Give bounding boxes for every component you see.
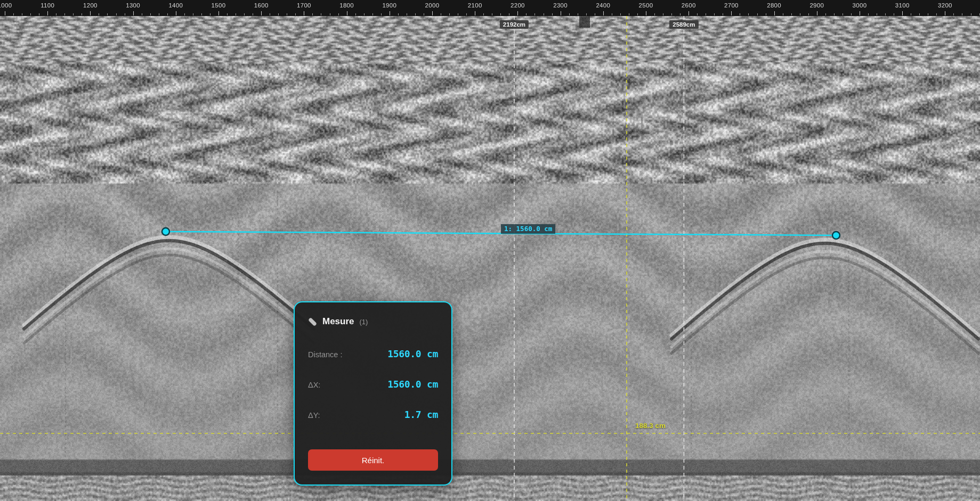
ruler-tick (936, 13, 937, 15)
ruler-tick (253, 13, 253, 15)
ruler-tick (817, 11, 817, 15)
overlay-lines (0, 0, 980, 501)
ruler-tick (509, 13, 509, 15)
ruler-label: 2200 (511, 2, 525, 9)
ruler-tick (637, 13, 638, 15)
ruler-tick (825, 13, 826, 15)
measurement-label: 1: 1560.0 cm (501, 224, 555, 234)
ruler-label: 3100 (895, 2, 910, 9)
ruler-tick (860, 11, 860, 15)
ruler-tick (748, 13, 749, 15)
ruler-tick (398, 13, 399, 15)
ruler-tick (586, 13, 587, 15)
ruler-tick (945, 11, 945, 15)
ruler-label: 2300 (553, 2, 568, 9)
distance-label: Distance : (308, 350, 342, 359)
ruler-tick (526, 13, 527, 15)
ruler-label: 1000 (0, 2, 12, 9)
ruler-tick (287, 13, 287, 15)
ruler-tick (663, 13, 663, 15)
ruler-tick (774, 11, 775, 15)
ruler-tick (714, 13, 715, 15)
ruler-label: 2000 (425, 2, 440, 9)
delta-y-label: ΔY: (308, 411, 320, 420)
ruler-tick (671, 13, 672, 15)
ruler-label: 3000 (853, 2, 867, 9)
ruler[interactable]: 1000110012001300140015001600170018001900… (0, 0, 980, 16)
ruler-tick (270, 13, 270, 15)
ruler-tick (475, 11, 475, 15)
ruler-tick (868, 13, 869, 15)
ruler-tick (953, 13, 954, 15)
ruler-label: 2100 (468, 2, 482, 9)
ruler-tick (278, 13, 279, 15)
ruler-tick (407, 13, 407, 15)
ruler-tick (928, 13, 928, 15)
ruler-tick (620, 13, 621, 15)
reset-button[interactable]: Réinit. (308, 449, 438, 471)
ruler-tick (432, 11, 433, 15)
ruler-tick (483, 13, 484, 15)
ruler-tick (56, 13, 56, 15)
ruler-label: 2700 (724, 2, 739, 9)
ruler-tick (449, 13, 450, 15)
ruler-tick (184, 13, 185, 15)
delta-x-label: ΔX: (308, 381, 320, 389)
ruler-tick (47, 11, 48, 15)
ruler-label: 2500 (639, 2, 653, 9)
ruler-tick (783, 13, 783, 15)
ruler-tick (390, 11, 390, 15)
ruler-tick (740, 13, 740, 15)
ruler-tick (295, 13, 296, 15)
ruler-tick (150, 13, 151, 15)
measure-panel: Mesure (1) Distance : 1560.0 cm ΔX: 1560… (294, 301, 452, 486)
delta-y-value: 1.7 cm (404, 409, 438, 420)
ruler-label: 2600 (682, 2, 696, 9)
ruler-tick (894, 13, 894, 15)
ruler-tick (201, 13, 202, 15)
ruler-tick (851, 13, 852, 15)
ruler-tick (210, 13, 210, 15)
ruler-tick (355, 13, 356, 15)
ruler-tick (902, 11, 903, 15)
ruler-tick (877, 13, 877, 15)
ruler-tick (971, 13, 971, 15)
marker-label[interactable]: 2589cm (669, 20, 698, 29)
marker-label[interactable]: 2192cm (500, 20, 529, 29)
ruler-tick (22, 13, 22, 15)
ruler-tick (595, 13, 595, 15)
ruler-tick (73, 13, 74, 15)
ruler-tick (347, 11, 347, 15)
ruler-tick (159, 13, 159, 15)
ruler-tick (552, 13, 553, 15)
ruler-tick (364, 13, 365, 15)
delta-y-row: ΔY: 1.7 cm (308, 409, 438, 420)
ruler-tick (261, 11, 262, 15)
ruler-tick (603, 11, 604, 15)
ruler-tick (381, 13, 382, 15)
ruler-tick (218, 11, 219, 15)
ruler-tick (706, 13, 706, 15)
crosshair-distance-label: 188.3 cm (635, 422, 666, 430)
measure-panel-header: Mesure (1) (308, 316, 438, 327)
measurement-endpoint[interactable] (162, 228, 169, 235)
ruler-tick (142, 13, 142, 15)
ruler-tick (176, 11, 176, 15)
ruler-tick (415, 13, 416, 15)
ruler-tick (125, 13, 125, 15)
measurement-endpoint[interactable] (832, 232, 840, 239)
ruler-tick (244, 13, 245, 15)
ruler-tick (791, 13, 792, 15)
ruler-tick (885, 13, 886, 15)
ruler-tick (5, 11, 5, 15)
ruler-tick (697, 13, 698, 15)
ruler-tick (517, 11, 518, 15)
ruler-tick (689, 11, 689, 15)
delta-x-value: 1560.0 cm (387, 379, 438, 390)
ruler-tick (612, 13, 612, 15)
ruler-tick (979, 13, 980, 15)
distance-value: 1560.0 cm (387, 348, 438, 359)
ruler-tick (680, 13, 681, 15)
ruler-tick (312, 13, 313, 15)
ruler-label: 2900 (809, 2, 824, 9)
